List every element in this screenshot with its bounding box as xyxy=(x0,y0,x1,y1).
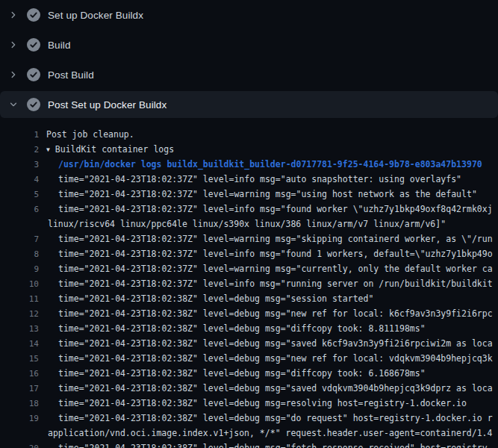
log-line-text: application/vnd.oci.image.index.v1+json,… xyxy=(48,428,492,438)
log-row: 15time="2021-04-23T18:02:38Z" level=debu… xyxy=(0,351,498,366)
log-area: 1Post job cleanup.2▼BuildKit container l… xyxy=(0,119,498,448)
line-number[interactable]: 11 xyxy=(0,294,39,304)
log-row: 19time="2021-04-23T18:02:38Z" level=debu… xyxy=(0,411,498,426)
check-circle-icon xyxy=(27,38,40,52)
line-number[interactable]: 20 xyxy=(0,444,39,448)
line-number[interactable]: 7 xyxy=(0,234,39,244)
line-number[interactable]: 2 xyxy=(0,145,39,155)
line-number[interactable]: 3 xyxy=(0,160,39,169)
log-line-text: time="2021-04-23T18:02:38Z" level=debug … xyxy=(58,368,426,379)
log-line-text: time="2021-04-23T18:02:37Z" level=info m… xyxy=(58,174,461,184)
step-label: Post Build xyxy=(48,69,94,81)
log-line-text: time="2021-04-23T18:02:38Z" level=debug … xyxy=(58,383,493,393)
chevron-right-icon xyxy=(9,40,18,49)
log-line-text: time="2021-04-23T18:02:38Z" level=debug … xyxy=(58,443,493,448)
line-number[interactable]: 1 xyxy=(0,130,39,140)
step-label: Build xyxy=(48,40,71,51)
log-row: 7time="2021-04-23T18:02:37Z" level=warni… xyxy=(0,231,498,246)
line-number[interactable]: 13 xyxy=(0,324,39,334)
log-row: 6time="2021-04-23T18:02:37Z" level=info … xyxy=(0,202,498,217)
log-line-text: time="2021-04-23T18:02:38Z" level=debug … xyxy=(58,413,493,423)
log-command-text: /usr/bin/docker logs buildx_buildkit_bui… xyxy=(58,159,482,169)
chevron-right-icon xyxy=(9,10,18,19)
line-number[interactable]: 19 xyxy=(0,414,39,423)
step-slot: Post Set up Docker Buildx xyxy=(0,90,498,119)
log-line-text: time="2021-04-23T18:02:38Z" level=debug … xyxy=(58,293,373,304)
log-row: 8time="2021-04-23T18:02:37Z" level=info … xyxy=(0,246,498,261)
log-row: 17time="2021-04-23T18:02:38Z" level=debu… xyxy=(0,381,498,396)
log-line-text: time="2021-04-23T18:02:38Z" level=debug … xyxy=(58,308,493,319)
log-line-text: time="2021-04-23T18:02:37Z" level=info m… xyxy=(58,249,493,259)
log-row: 2▼BuildKit container logs xyxy=(0,142,498,157)
log-line-text: time="2021-04-23T18:02:37Z" level=warnin… xyxy=(58,189,477,199)
steps-list: Set up Docker BuildxBuildPost BuildPost … xyxy=(0,0,498,119)
log-row: 13time="2021-04-23T18:02:38Z" level=debu… xyxy=(0,321,498,336)
line-number[interactable]: 15 xyxy=(0,354,39,364)
log-group-toggle[interactable]: ▼BuildKit container logs xyxy=(46,144,174,155)
check-circle-icon xyxy=(27,98,40,111)
log-line-text: time="2021-04-23T18:02:37Z" level=warnin… xyxy=(58,234,493,244)
log-line-text: linux/riscv64 linux/ppc64le linux/s390x … xyxy=(48,219,446,229)
line-number[interactable]: 5 xyxy=(0,190,39,199)
chevron-down-icon xyxy=(9,100,18,109)
log-line-text: time="2021-04-23T18:02:38Z" level=debug … xyxy=(58,338,493,349)
line-number[interactable]: 8 xyxy=(0,249,39,259)
log-row: 10time="2021-04-23T18:02:37Z" level=info… xyxy=(0,276,498,291)
log-row: 4time="2021-04-23T18:02:37Z" level=info … xyxy=(0,172,498,187)
log-line-text: time="2021-04-23T18:02:37Z" level=info m… xyxy=(58,204,493,214)
log-line-text: time="2021-04-23T18:02:38Z" level=debug … xyxy=(58,323,426,334)
log-group-label: BuildKit container logs xyxy=(55,144,174,155)
line-number[interactable]: 6 xyxy=(0,205,39,214)
log-row: 18time="2021-04-23T18:02:38Z" level=debu… xyxy=(0,396,498,411)
step-slot: Set up Docker Buildx xyxy=(0,0,498,30)
line-number[interactable]: 18 xyxy=(0,399,39,408)
check-circle-icon xyxy=(27,8,40,22)
step-slot: Post Build xyxy=(0,60,498,90)
step-label: Post Set up Docker Buildx xyxy=(48,99,166,111)
log-line-text: time="2021-04-23T18:02:37Z" level=info m… xyxy=(58,279,493,289)
line-number[interactable]: 9 xyxy=(0,264,39,274)
line-number[interactable]: 16 xyxy=(0,369,39,379)
line-number[interactable]: 14 xyxy=(0,339,39,349)
log-row: 3/usr/bin/docker logs buildx_buildkit_bu… xyxy=(0,157,498,172)
step-label: Set up Docker Buildx xyxy=(48,10,143,21)
log-row: 20time="2021-04-23T18:02:38Z" level=debu… xyxy=(0,441,498,448)
log-row: 9time="2021-04-23T18:02:37Z" level=warni… xyxy=(0,261,498,276)
triangle-down-icon: ▼ xyxy=(46,146,50,153)
line-number[interactable]: 17 xyxy=(0,384,39,393)
log-line-text: time="2021-04-23T18:02:38Z" level=debug … xyxy=(58,398,467,408)
log-row: 16time="2021-04-23T18:02:38Z" level=debu… xyxy=(0,366,498,381)
log-row: 14time="2021-04-23T18:02:38Z" level=debu… xyxy=(0,336,498,351)
line-number[interactable]: 4 xyxy=(0,175,39,184)
log-row: linux/riscv64 linux/ppc64le linux/s390x … xyxy=(0,217,498,231)
log-line-text: time="2021-04-23T18:02:38Z" level=debug … xyxy=(58,353,493,364)
log-row: 12time="2021-04-23T18:02:38Z" level=debu… xyxy=(0,306,498,321)
line-number[interactable]: 10 xyxy=(0,279,39,289)
log-row: 5time="2021-04-23T18:02:37Z" level=warni… xyxy=(0,187,498,202)
step-slot: Build xyxy=(0,30,498,60)
step-header-build[interactable]: Build xyxy=(0,31,498,58)
log-row: 11time="2021-04-23T18:02:38Z" level=debu… xyxy=(0,291,498,306)
check-circle-icon xyxy=(27,68,40,81)
log-line-text: time="2021-04-23T18:02:37Z" level=warnin… xyxy=(58,264,493,274)
step-header-post-set-up-docker-buildx[interactable]: Post Set up Docker Buildx xyxy=(0,91,498,118)
chevron-right-icon xyxy=(9,70,18,79)
log-row: application/vnd.oci.image.index.v1+json,… xyxy=(0,426,498,441)
log-row: 1Post job cleanup. xyxy=(0,127,498,142)
log-line-text: Post job cleanup. xyxy=(46,129,134,140)
step-header-post-build[interactable]: Post Build xyxy=(0,61,498,88)
step-header-set-up-docker-buildx[interactable]: Set up Docker Buildx xyxy=(0,1,498,28)
line-number[interactable]: 12 xyxy=(0,309,39,319)
